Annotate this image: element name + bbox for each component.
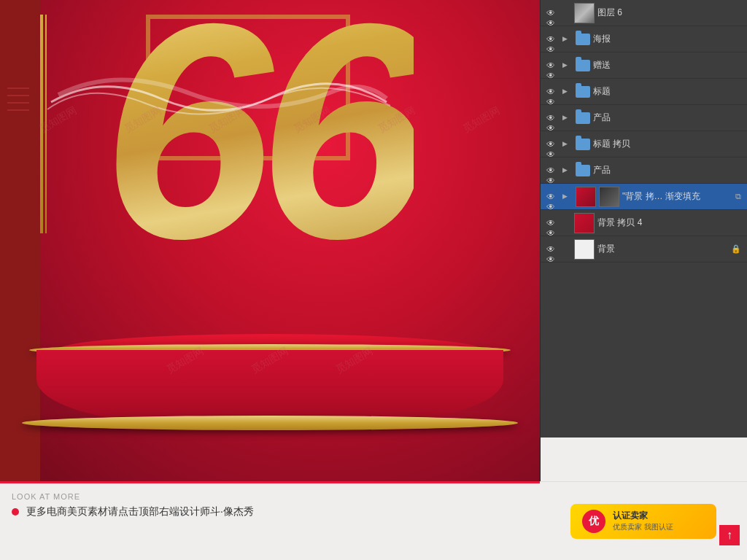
layer-thumbnail (574, 3, 595, 23)
stage-top (58, 334, 481, 350)
bottom-right-sidebar: 优 认证卖家 优质卖家 我图认证 ↑ (540, 481, 747, 560)
layer-expand-icon[interactable]: ▶ (562, 88, 571, 96)
bottom-description-text: 更多电商美页素材请点击顶部右端设计师斗·像杰秀 (26, 505, 254, 517)
gold-accent-line-1 (40, 15, 43, 233)
layer-item-4[interactable]: 👁▶标题 (541, 79, 747, 105)
layer-visibility-icon[interactable]: 👁 (546, 139, 560, 149)
brush-stroke-svg (44, 58, 394, 146)
layer-label-text: "背景 拷… 渐变填充 (622, 190, 732, 203)
layer-item-3[interactable]: 👁▶赠送 (541, 52, 747, 79)
bottom-info-bar: LOOK AT MORE 更多电商美页素材请点击顶部右端设计师斗·像杰秀 (0, 481, 540, 560)
badge-you-text: 优 (589, 515, 599, 528)
arrow-up-button[interactable]: ↑ (719, 525, 740, 545)
layer-label-text: 背景 (597, 243, 728, 255)
badge-text-container: 认证卖家 优质卖家 我图认证 (613, 510, 673, 532)
layer-visibility-icon[interactable]: 👁 (546, 34, 560, 44)
stage-ring-base (22, 416, 518, 430)
layer-expand-icon[interactable]: ▶ (562, 61, 571, 70)
layer-item-1[interactable]: 👁图层 6 (541, 0, 747, 26)
layer-expand-icon[interactable]: ▶ (562, 166, 571, 175)
layer-label-text: 图层 6 (597, 7, 741, 19)
canvas-area: 66 觅知图网 觅知图网 觅知图网 觅知图网 觅知图网 觅知图网 觅知图网 觅知… (0, 0, 540, 481)
panel-line (7, 88, 29, 89)
folder-icon (576, 165, 590, 176)
folder-icon (576, 86, 590, 98)
layer-thumb-preview (575, 240, 594, 259)
layer-item-9[interactable]: 👁背景 拷贝 4 (541, 210, 747, 236)
layer-visibility-icon[interactable]: 👁 (546, 113, 560, 123)
folder-icon (576, 34, 590, 45)
panel-line (7, 109, 29, 111)
layer-item-2[interactable]: 👁▶海报 (541, 26, 747, 52)
layer-label-text: 标题 (593, 85, 741, 98)
arrow-icon: ↑ (727, 529, 732, 542)
layer-visibility-icon[interactable]: 👁 (546, 218, 560, 228)
layer-label-text: 产品 (593, 164, 741, 176)
layer-visibility-icon[interactable]: 👁 (546, 8, 560, 18)
badge-you-circle: 优 (582, 510, 605, 533)
layer-expand-icon[interactable]: ▶ (562, 192, 571, 201)
layer-visibility-icon[interactable]: 👁 (546, 61, 560, 71)
layer-expand-icon[interactable] (562, 219, 571, 228)
layer-thumbnail (574, 239, 595, 260)
look-at-more-label: LOOK AT MORE (12, 492, 528, 501)
layer-item-5[interactable]: 👁▶产品 (541, 105, 747, 131)
layers-panel: 👁图层 6👁▶海报👁▶赠送👁▶标题👁▶产品👁▶标题 拷贝👁▶产品👁▶"背景 拷…… (540, 0, 747, 438)
layer-visibility-icon[interactable]: 👁 (546, 87, 560, 97)
layer-label-text: 产品 (593, 112, 741, 124)
layer-item-6[interactable]: 👁▶标题 拷贝 (541, 131, 747, 158)
verified-badge: 优 认证卖家 优质卖家 我图认证 (570, 504, 716, 539)
layer-visibility-icon[interactable]: 👁 (546, 244, 560, 254)
layer-visibility-icon[interactable]: 👁 (546, 192, 560, 202)
layer-expand-icon[interactable] (562, 245, 571, 254)
layer-label-text: 背景 拷贝 4 (597, 217, 741, 229)
panel-line (7, 102, 29, 104)
stage-platform (22, 334, 518, 423)
layer-visibility-icon[interactable]: 👁 (546, 166, 560, 176)
stage-body (36, 350, 503, 423)
verified-subtitle: 优质卖家 我图认证 (613, 522, 673, 532)
layer-thumb-preview (576, 187, 595, 206)
verified-title: 认证卖家 (613, 510, 673, 522)
layer-expand-icon[interactable] (562, 9, 571, 18)
layer-thumb-preview (575, 214, 594, 233)
layer-expand-icon[interactable]: ▶ (562, 35, 571, 44)
layer-thumbnail (574, 213, 595, 233)
layer-thumbnail (576, 187, 596, 207)
layer-item-7[interactable]: 👁▶产品 (541, 158, 747, 184)
folder-icon (576, 112, 590, 124)
panel-line (7, 95, 29, 96)
layer-expand-icon[interactable]: ▶ (562, 114, 571, 122)
bottom-description: 更多电商美页素材请点击顶部右端设计师斗·像杰秀 (12, 504, 528, 519)
folder-icon (576, 60, 590, 71)
layer-item-8[interactable]: 👁▶"背景 拷… 渐变填充⧉ (541, 184, 747, 210)
layers-list: 👁图层 6👁▶海报👁▶赠送👁▶标题👁▶产品👁▶标题 拷贝👁▶产品👁▶"背景 拷…… (541, 0, 747, 262)
layer-item-10[interactable]: 👁背景🔒 (541, 236, 747, 262)
layer-thumb-preview (575, 4, 594, 23)
panel-decorations (7, 88, 29, 111)
layer-thumbnail-2 (599, 187, 619, 207)
folder-icon (576, 139, 590, 150)
bullet-dot (12, 508, 19, 516)
layer-expand-icon[interactable]: ▶ (562, 140, 571, 149)
layer-label-text: 海报 (593, 33, 741, 45)
layer-thumb-preview-2 (600, 187, 619, 206)
layer-label-text: 标题 拷贝 (593, 138, 741, 150)
layer-extra-icon: ⧉ (735, 192, 741, 201)
layer-label-text: 赠送 (593, 59, 741, 71)
layer-lock-icon: 🔒 (731, 244, 741, 254)
